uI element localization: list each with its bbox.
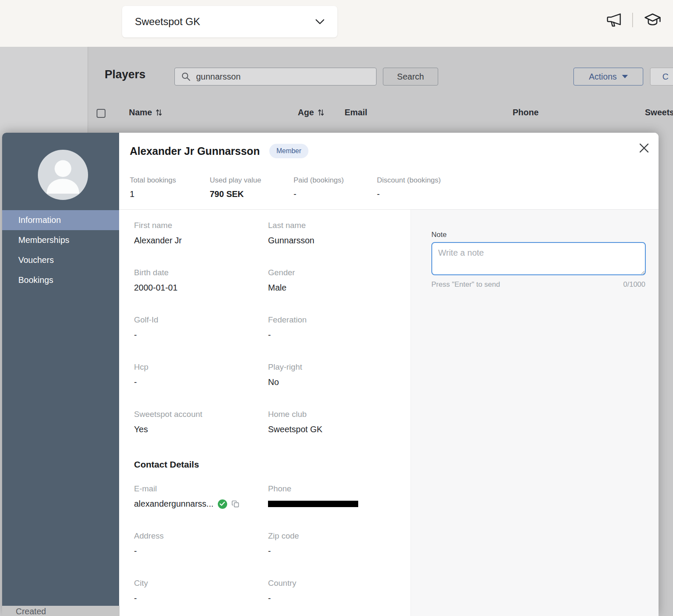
field-value: - [268, 546, 406, 556]
topbar: Sweetspot GK [0, 0, 673, 47]
field-birth-date: Birth date 2000-01-01 [134, 268, 268, 293]
field-label: Hcp [134, 362, 268, 372]
club-selector-label: Sweetspot GK [135, 16, 200, 28]
field-hcp: Hcp - [134, 362, 268, 387]
field-gender: Gender Male [268, 268, 406, 293]
copy-icon[interactable] [231, 500, 240, 508]
contact-details-heading: Contact Details [134, 459, 406, 470]
field-label: Birth date [134, 268, 268, 277]
field-home-club: Home club Sweetspot GK [268, 410, 406, 434]
stat-value: - [377, 189, 441, 199]
note-input[interactable] [431, 242, 646, 275]
field-first-name: First name Alexander Jr [134, 221, 268, 245]
field-value: - [134, 377, 268, 387]
stat-used-play-value: Used play value 790 SEK [210, 176, 294, 199]
field-value: Sweetspot GK [268, 425, 406, 434]
player-modal-nav: Information Memberships Vouchers Booking… [2, 210, 119, 290]
contact-fields-grid: E-mail alexandergunnarss... Phon [134, 484, 406, 616]
nav-item-vouchers[interactable]: Vouchers [2, 250, 119, 270]
field-federation: Federation - [268, 315, 406, 340]
field-golf-id: Golf-Id - [134, 315, 268, 340]
note-label: Note [431, 231, 447, 239]
graduation-cap-icon[interactable] [642, 11, 663, 29]
field-label: Address [134, 531, 268, 541]
phone-redacted-value [268, 501, 358, 507]
topbar-icon-divider [632, 13, 633, 27]
field-label: First name [134, 221, 268, 230]
field-label: Phone [268, 484, 406, 493]
field-label: E-mail [134, 484, 268, 493]
stat-value: 1 [130, 189, 210, 199]
note-panel: Note Press "Enter" to send 0/1000 [411, 210, 659, 616]
field-zip-code: Zip code - [268, 531, 406, 556]
field-value: 2000-01-01 [134, 283, 268, 293]
field-value: - [268, 330, 406, 340]
check-circle-icon [218, 499, 227, 509]
email-value: alexandergunnarss... [134, 499, 214, 509]
player-name-title: Alexander Jr Gunnarsson [130, 145, 260, 157]
field-label: Home club [268, 410, 406, 419]
field-label: City [134, 579, 268, 588]
player-fields-grid: First name Alexander Jr Last name Gunnar… [134, 221, 406, 457]
field-last-name: Last name Gunnarsson [268, 221, 406, 245]
player-modal-main: Alexander Jr Gunnarsson Member Total boo… [119, 133, 659, 616]
player-header: Alexander Jr Gunnarsson Member [130, 144, 308, 158]
field-phone: Phone [268, 484, 406, 509]
stat-label: Total bookings [130, 176, 210, 185]
field-value: - [134, 546, 268, 556]
field-country: Country - [268, 579, 406, 603]
topbar-icon-group [605, 11, 663, 29]
column-header-created-partial: Created [2, 606, 120, 616]
field-address: Address - [134, 531, 268, 556]
player-details-modal: Information Memberships Vouchers Booking… [2, 133, 659, 616]
stat-value: - [294, 189, 377, 199]
nav-item-memberships[interactable]: Memberships [2, 230, 119, 250]
club-selector-dropdown[interactable]: Sweetspot GK [122, 6, 337, 37]
field-value: - [134, 330, 268, 340]
field-sweetspot-account: Sweetspot account Yes [134, 410, 268, 434]
chevron-down-icon [315, 19, 325, 25]
member-badge: Member [269, 144, 309, 158]
field-city: City - [134, 579, 268, 603]
stat-label: Paid (bookings) [294, 176, 377, 185]
field-value: - [134, 593, 268, 603]
field-label: Country [268, 579, 406, 588]
close-icon[interactable] [637, 141, 651, 155]
stat-value: 790 SEK [210, 189, 294, 199]
stat-total-bookings: Total bookings 1 [130, 176, 210, 199]
player-stats-row: Total bookings 1 Used play value 790 SEK… [130, 176, 441, 199]
field-label: Last name [268, 221, 406, 230]
note-char-counter: 0/1000 [623, 280, 645, 289]
stat-paid-bookings: Paid (bookings) - [294, 176, 377, 199]
field-value: Male [268, 283, 406, 293]
nav-item-information[interactable]: Information [2, 210, 119, 230]
field-label: Sweetspot account [134, 410, 268, 419]
field-value: No [268, 377, 406, 387]
megaphone-icon[interactable] [605, 11, 623, 29]
field-label: Golf-Id [134, 315, 268, 325]
field-label: Zip code [268, 531, 406, 541]
player-avatar [38, 150, 88, 200]
stat-label: Used play value [210, 176, 294, 185]
stat-label: Discount (bookings) [377, 176, 441, 185]
field-value: Alexander Jr [134, 236, 268, 245]
field-label: Play-right [268, 362, 406, 372]
field-value: Gunnarsson [268, 236, 406, 245]
field-play-right: Play-right No [268, 362, 406, 387]
field-value: - [268, 593, 406, 603]
field-email: E-mail alexandergunnarss... [134, 484, 268, 509]
note-hint: Press "Enter" to send [431, 280, 500, 289]
field-value: Yes [134, 425, 268, 434]
stat-discount-bookings: Discount (bookings) - [377, 176, 441, 199]
field-label: Federation [268, 315, 406, 325]
email-value-row: alexandergunnarss... [134, 499, 268, 509]
nav-item-bookings[interactable]: Bookings [2, 270, 119, 290]
player-information-form: First name Alexander Jr Last name Gunnar… [134, 221, 406, 616]
screen: Sweetspot GK Play [0, 0, 673, 616]
field-label: Gender [268, 268, 406, 277]
player-modal-sidebar: Information Memberships Vouchers Booking… [2, 133, 119, 616]
